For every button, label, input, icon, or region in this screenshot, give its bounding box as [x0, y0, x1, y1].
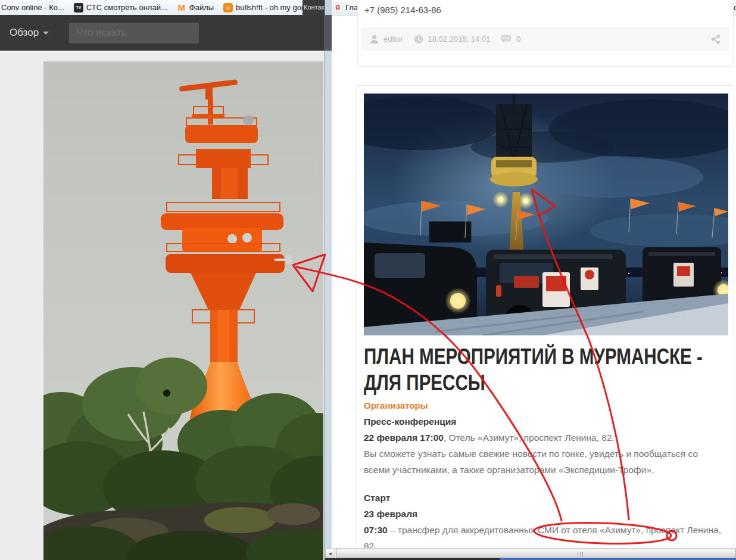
body-line: 23 февраля — [364, 506, 724, 522]
front-window-content: Я Главная страница Ян... Wialon TV Телев… — [332, 0, 736, 560]
person-icon — [370, 35, 379, 44]
bookmark-label: Файлы — [189, 3, 214, 12]
overview-label: Обзор — [10, 27, 39, 39]
body-line: 22 февраля 17:00, Отель «Азимут», проспе… — [364, 430, 724, 446]
search-input[interactable] — [69, 23, 199, 43]
clock-icon — [414, 35, 423, 44]
lighthouse-night-photo[interactable] — [364, 94, 728, 335]
phone-number: +7 (985) 214-63-86 — [364, 5, 441, 15]
bookmark-label: СТС смотреть онлай... — [86, 3, 167, 12]
article-body: Пресс-конференция 22 февраля 17:00, Отел… — [364, 413, 724, 548]
article-title: ПЛАН МЕРОПРИЯТИЙ В МУРМАНСКЕ - ДЛЯ ПРЕСС… — [364, 344, 731, 396]
chevron-down-icon — [43, 32, 49, 35]
author-name: editor — [383, 35, 403, 43]
body-line: Пресс-конференция — [364, 413, 724, 430]
article-card: ПЛАН МЕРОПРИЯТИЙ В МУРМАНСКЕ - ДЛЯ ПРЕСС… — [355, 85, 734, 548]
share-icon[interactable] — [710, 34, 721, 45]
yandex-icon: Я — [333, 3, 342, 13]
shadowed-bookmark-patch: Контакт — [302, 0, 325, 15]
smiley-icon: ☺ — [223, 3, 233, 13]
left-site-header: Обзор — [0, 15, 325, 51]
article-meta-bar: editor 18.02.2015, 14:01 0 — [361, 27, 729, 51]
scrollbar-grip — [578, 552, 584, 556]
window-border — [325, 15, 332, 51]
horizontal-scrollbar[interactable]: ◄ — [325, 548, 736, 558]
comments-count: 0 — [516, 35, 520, 43]
comment-bubble-icon — [501, 35, 512, 43]
previous-article-card: +7 (985) 214-63-86 editor 18.02.2015, 14… — [357, 0, 734, 67]
scrollbar-thumb[interactable] — [336, 549, 736, 558]
screen: Conv online - Ко... TV СТС смотреть онла… — [0, 0, 736, 560]
bookmark-item[interactable]: М Файлы — [172, 0, 219, 15]
body-line: Вы сможете узнать самые свежие новости п… — [364, 446, 724, 478]
category-link[interactable]: Организаторы — [364, 400, 428, 410]
overview-dropdown[interactable]: Обзор — [10, 27, 49, 39]
tv-icon: TV — [74, 3, 83, 13]
body-line: Старт — [364, 490, 724, 506]
body-line: 07:30 – трансфер для аккредитованных СМИ… — [364, 522, 724, 548]
article-date: 18.02.2015, 14:01 — [428, 35, 491, 43]
lighthouse-day-photo — [43, 61, 323, 560]
scroll-left-arrow-icon[interactable]: ◄ — [325, 549, 335, 558]
window-border — [325, 51, 332, 560]
window-border-edge — [325, 0, 325, 560]
front-browser-window: Я Главная страница Ян... Wialon TV Телев… — [325, 0, 736, 560]
bookmark-item[interactable]: TV СТС смотреть онлай... — [69, 0, 172, 15]
window-border — [325, 0, 332, 15]
bookmark-item[interactable]: Conv online - Ко... — [0, 0, 69, 15]
back-window-bookmarks-bar: Conv online - Ко... TV СТС смотреть онла… — [0, 0, 325, 15]
bookmark-label: Conv online - Ко... — [1, 3, 64, 12]
mail-m-icon: М — [177, 3, 186, 13]
